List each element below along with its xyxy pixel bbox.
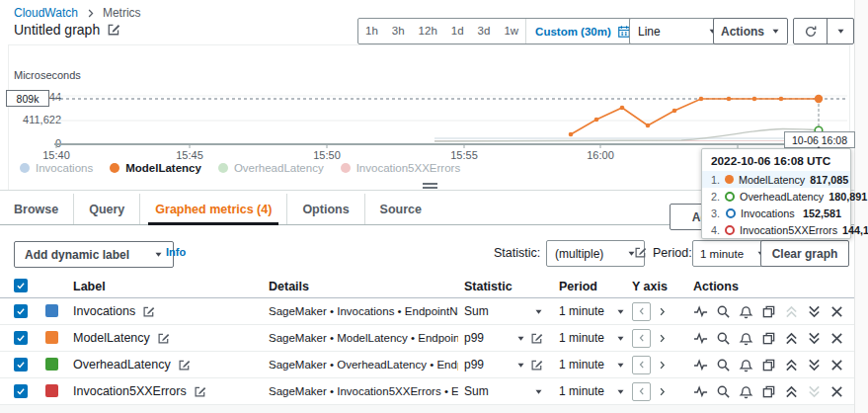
y-axis-right-button[interactable] bbox=[657, 360, 668, 371]
edit-title-icon[interactable] bbox=[107, 23, 120, 37]
tab-source[interactable]: Source bbox=[364, 194, 436, 224]
alarm-bell-icon[interactable] bbox=[739, 331, 753, 346]
statistic-value[interactable]: Sum bbox=[464, 304, 489, 318]
remove-icon[interactable] bbox=[829, 384, 844, 399]
caret-down-icon[interactable] bbox=[616, 361, 625, 370]
statistic-select[interactable]: (multiple) bbox=[546, 240, 645, 267]
row-checkbox[interactable] bbox=[14, 304, 28, 318]
range-1h[interactable]: 1h bbox=[358, 20, 385, 42]
move-down-icon[interactable] bbox=[807, 358, 822, 372]
move-up-icon[interactable] bbox=[784, 331, 799, 346]
range-1w[interactable]: 1w bbox=[497, 20, 525, 42]
search-icon[interactable] bbox=[716, 331, 731, 346]
move-up-icon[interactable] bbox=[784, 384, 799, 399]
range-3d[interactable]: 3d bbox=[471, 20, 498, 42]
search-icon[interactable] bbox=[716, 384, 731, 399]
search-icon[interactable] bbox=[716, 304, 731, 319]
statistic-value[interactable]: p99 bbox=[464, 331, 484, 345]
table-footer-strip bbox=[0, 405, 855, 413]
resize-handle[interactable] bbox=[423, 183, 437, 191]
y-axis-left-button[interactable] bbox=[632, 302, 651, 321]
refresh-options-button[interactable] bbox=[828, 19, 853, 43]
remove-icon[interactable] bbox=[829, 331, 844, 346]
range-1d[interactable]: 1d bbox=[444, 20, 471, 42]
graph-metric-icon[interactable] bbox=[693, 304, 708, 319]
tab-options[interactable]: Options bbox=[286, 194, 363, 224]
tab-graphed-metrics[interactable]: Graphed metrics (4) bbox=[139, 194, 286, 224]
tab-browse[interactable]: Browse bbox=[14, 194, 73, 224]
legend-label: Invocation5XXErrors bbox=[356, 162, 460, 174]
caret-down-icon[interactable] bbox=[616, 307, 625, 316]
breadcrumb-metrics: Metrics bbox=[103, 6, 141, 20]
caret-down-icon[interactable] bbox=[616, 387, 625, 396]
edit-label-icon[interactable] bbox=[178, 359, 191, 372]
actions-button[interactable]: Actions bbox=[713, 18, 788, 44]
chevron-right-icon bbox=[657, 333, 668, 344]
caret-down-icon[interactable] bbox=[534, 387, 543, 396]
graph-metric-icon[interactable] bbox=[693, 384, 708, 399]
legend-item-invocation5xxerrors[interactable]: Invocation5XXErrors bbox=[341, 162, 460, 174]
period-value[interactable]: 1 minute bbox=[559, 384, 604, 398]
row-checkbox[interactable] bbox=[14, 358, 28, 372]
edit-label-icon[interactable] bbox=[142, 305, 155, 318]
duplicate-icon[interactable] bbox=[761, 331, 776, 346]
edit-statistic-icon[interactable] bbox=[530, 332, 543, 345]
chevron-left-icon bbox=[637, 306, 647, 316]
chart-type-select[interactable]: Line bbox=[629, 18, 726, 44]
statistic-value[interactable]: p99 bbox=[464, 358, 484, 372]
period-value[interactable]: 1 minute bbox=[559, 304, 604, 318]
edit-statistic-icon[interactable] bbox=[634, 246, 647, 259]
edit-label-icon[interactable] bbox=[157, 332, 170, 345]
y-axis-left-button[interactable] bbox=[632, 329, 651, 348]
period-value[interactable]: 1 minute bbox=[559, 331, 604, 345]
color-swatch[interactable] bbox=[45, 384, 58, 397]
refresh-button[interactable] bbox=[794, 19, 828, 43]
duplicate-icon[interactable] bbox=[761, 304, 776, 319]
alarm-bell-icon[interactable] bbox=[739, 384, 753, 399]
series-dot-ring bbox=[726, 208, 736, 218]
range-3h[interactable]: 3h bbox=[385, 20, 412, 42]
color-swatch[interactable] bbox=[45, 304, 58, 317]
period-value[interactable]: 1 minute bbox=[559, 358, 604, 372]
vertical-scrollbar[interactable] bbox=[854, 0, 868, 413]
y-axis-left-button[interactable] bbox=[632, 382, 651, 401]
legend-item-invocations[interactable]: Invocations bbox=[20, 162, 93, 174]
move-up-icon[interactable] bbox=[784, 358, 799, 372]
duplicate-icon[interactable] bbox=[761, 358, 776, 372]
search-icon[interactable] bbox=[716, 358, 731, 372]
y-axis-right-button[interactable] bbox=[657, 306, 668, 317]
duplicate-icon[interactable] bbox=[761, 384, 776, 399]
y-axis-right-button[interactable] bbox=[657, 386, 668, 397]
remove-icon[interactable] bbox=[829, 358, 844, 372]
caret-down-icon[interactable] bbox=[516, 334, 525, 343]
color-swatch[interactable] bbox=[45, 358, 58, 371]
remove-icon[interactable] bbox=[829, 304, 844, 319]
caret-down-icon[interactable] bbox=[516, 361, 525, 370]
select-all-checkbox[interactable] bbox=[14, 279, 28, 292]
legend-item-overheadlatency[interactable]: OverheadLatency bbox=[218, 162, 324, 174]
graph-metric-icon[interactable] bbox=[693, 331, 708, 346]
y-axis-right-button[interactable] bbox=[657, 333, 668, 344]
alarm-bell-icon[interactable] bbox=[739, 358, 753, 372]
row-checkbox[interactable] bbox=[14, 384, 28, 398]
move-down-icon[interactable] bbox=[807, 304, 822, 319]
range-12h[interactable]: 12h bbox=[412, 20, 444, 42]
graph-metric-icon[interactable] bbox=[693, 358, 708, 372]
statistic-value[interactable]: Sum bbox=[464, 384, 489, 398]
alarm-bell-icon[interactable] bbox=[739, 304, 753, 319]
add-dynamic-label-button[interactable]: Add dynamic label bbox=[14, 241, 174, 268]
row-checkbox[interactable] bbox=[14, 331, 28, 345]
legend-item-modellatency[interactable]: ModelLatency bbox=[110, 162, 201, 174]
y-axis-left-button[interactable] bbox=[632, 356, 651, 374]
tab-query[interactable]: Query bbox=[73, 194, 139, 224]
caret-down-icon[interactable] bbox=[616, 334, 625, 343]
edit-label-icon[interactable] bbox=[194, 385, 206, 398]
custom-range-button[interactable]: Custom (30m) bbox=[525, 19, 640, 43]
edit-statistic-icon[interactable] bbox=[530, 359, 543, 372]
caret-down-icon[interactable] bbox=[534, 307, 543, 316]
breadcrumb-cloudwatch[interactable]: CloudWatch bbox=[14, 6, 78, 20]
move-down-icon[interactable] bbox=[807, 331, 822, 346]
color-swatch[interactable] bbox=[45, 331, 58, 344]
info-link[interactable]: Info bbox=[166, 246, 186, 258]
clear-graph-button[interactable]: Clear graph bbox=[760, 240, 849, 267]
